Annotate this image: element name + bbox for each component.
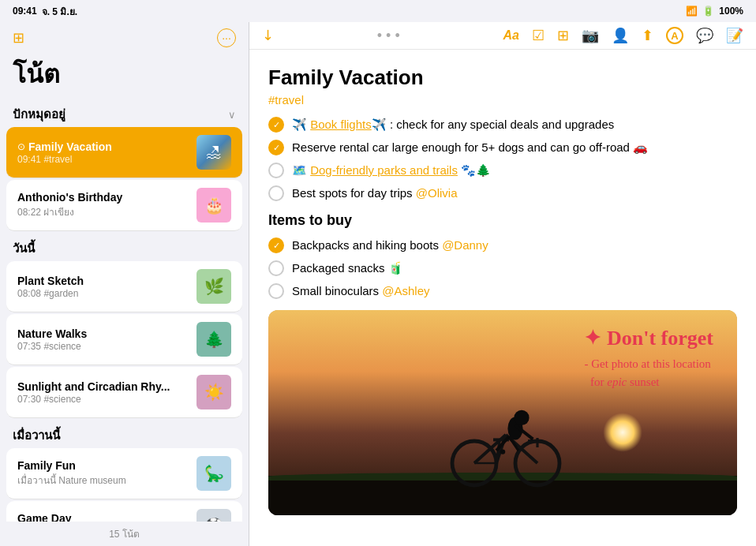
note-title: Nature Walks [17,327,189,340]
note-thumb: 🎂 [196,188,231,223]
checklist-buy: ✓ Backpacks and hiking boots @Danny Pack… [268,237,737,299]
mention-danny: @Danny [442,238,488,252]
note-image: ✦ Don't forget - Get photo at this locat… [268,310,737,515]
content-toolbar: ↗ • • • Aa ☑ ⊞ 📷 👤 ⬆ A 💬 📝 [249,22,756,50]
bubble-icon[interactable]: 💬 [696,27,713,44]
check-item-car: ✓ Reserve rental car large enough for 5+… [268,139,737,155]
hw-get-photo: - Get photo at this location for epic su… [584,355,713,391]
checkbox-flights[interactable]: ✓ [268,117,284,133]
note-item-birthday[interactable]: Anthonio's Birthday 08:22 ฝาเขียง 🎂 [6,180,242,231]
section-label-pinned: ปักหมุดอยู่ [13,105,65,124]
note-content: Family Vacation #travel ✓ ✈️ Book flight… [249,50,756,546]
checkbox-backpacks[interactable]: ✓ [268,237,284,253]
note-title: Family Vacation [268,65,737,90]
status-time: 09:41 [13,6,37,17]
checkbox-car[interactable]: ✓ [268,140,284,155]
camera-icon[interactable]: 📷 [582,27,599,44]
note-title: Family Fun [17,459,189,472]
section-header-today: วันนี้ [0,234,249,261]
check-text-car: Reserve rental car large enough for 5+ d… [292,139,737,155]
section-header-yesterday: เมื่อวานนี้ [0,421,249,448]
note-hashtag: #travel [268,93,737,107]
note-thumb: 🏖 [196,135,231,170]
note-info: Anthonio's Birthday 08:22 ฝาเขียง [17,191,189,219]
check-text-binoculars: Small binoculars @Ashley [292,282,737,299]
check-text-snacks: Packaged snacks 🧃 [292,260,737,276]
note-item-nature-walks[interactable]: Nature Walks 07:35 #science 🌲 [6,314,242,365]
note-meta: 09:41 #travel [17,154,189,165]
note-title: Family Vacation [28,140,112,153]
check-text-backpacks: Backpacks and hiking boots @Danny [292,237,737,253]
svg-point-11 [514,410,529,425]
checklist-travel: ✓ ✈️ Book flights✈️ : check for any spec… [268,116,737,201]
checkbox-snacks[interactable] [268,260,284,276]
check-text-spots: Best spots for day trips @Olivia [292,185,737,201]
section-label-today: วันนี้ [13,239,35,258]
circle-a-icon[interactable]: A [666,27,683,44]
hw-dont-forget: ✦ Don't forget [584,326,713,350]
share-icon[interactable]: ⬆ [642,27,653,44]
section-yesterday: เมื่อวานนี้ Family Fun เมื่อวานนี้ Natur… [0,421,249,522]
status-bar: 09:41 จ. 5 มิ.ย. 📶 🔋 100% [0,0,756,22]
handwritten-overlay: ✦ Don't forget - Get photo at this locat… [584,326,713,391]
chevron-down-icon[interactable]: ∨ [228,109,236,121]
notes-list: ปักหมุดอยู่ ∨ ⊙ Family Vacation 09:41 #t… [0,100,249,522]
person-add-icon[interactable]: 👤 [612,27,629,44]
checkbox-parks[interactable] [268,163,284,178]
status-left: 09:41 จ. 5 มิ.ย. [13,4,77,19]
sidebar-footer: 15 โน้ต [0,522,249,546]
section-pinned: ปักหมุดอยู่ ∨ ⊙ Family Vacation 09:41 #t… [0,100,249,231]
mention-ashley: @Ashley [382,284,429,297]
check-item-binoculars: Small binoculars @Ashley [268,282,737,299]
check-item-parks: 🗺️ Dog-friendly parks and trails 🐾🌲 [268,162,737,178]
bicycle-silhouette [440,397,566,492]
content-area: ↗ • • • Aa ☑ ⊞ 📷 👤 ⬆ A 💬 📝 Family Vacati… [249,22,756,546]
link-parks[interactable]: Dog-friendly parks and trails [310,163,458,177]
sidebar-more-icon[interactable]: ··· [217,28,236,47]
note-item-family-vacation[interactable]: ⊙ Family Vacation 09:41 #travel 🏖 [6,127,242,178]
table-icon[interactable]: ⊞ [557,27,569,44]
note-meta: 08:22 ฝาเขียง [17,204,189,219]
battery-icon: 🔋 [702,6,714,17]
checkbox-binoculars[interactable] [268,283,284,299]
toolbar-icons: Aa ☑ ⊞ 📷 👤 ⬆ A 💬 📝 [503,27,743,44]
link-book-flights[interactable]: Book flights [310,118,372,131]
note-title: Anthonio's Birthday [17,191,189,204]
sidebar-top-bar: ⊞ ··· [0,22,249,50]
note-title: Sunlight and Circadian Rhy... [17,380,189,393]
new-note-icon[interactable]: 📝 [726,27,743,44]
check-text-parks: 🗺️ Dog-friendly parks and trails 🐾🌲 [292,162,737,178]
sidebar-toggle-icon[interactable]: ⊞ [13,29,24,47]
font-format-icon[interactable]: Aa [503,28,519,43]
checklist-icon[interactable]: ☑ [532,27,545,44]
sidebar: ⊞ ··· โน้ต ปักหมุดอยู่ ∨ ⊙ Family Vacati… [0,22,249,546]
sidebar-title: โน้ต [0,50,249,100]
note-item-plant-sketch[interactable]: Plant Sketch 08:08 #garden 🌿 [6,261,242,312]
note-title: Plant Sketch [17,275,189,287]
battery-level: 100% [719,6,743,17]
status-day: จ. 5 มิ.ย. [42,4,77,19]
check-item-flights: ✓ ✈️ Book flights✈️ : check for any spec… [268,116,737,133]
items-to-buy-heading: Items to buy [268,212,737,229]
section-label-yesterday: เมื่อวานนี้ [13,426,60,445]
mention-olivia: @Olivia [416,186,458,200]
check-text-flights: ✈️ Book flights✈️ : check for any specia… [292,116,737,133]
check-item-backpacks: ✓ Backpacks and hiking boots @Danny [268,237,737,253]
note-item-sunlight[interactable]: Sunlight and Circadian Rhy... 07:30 #sci… [6,367,242,418]
check-item-snacks: Packaged snacks 🧃 [268,260,737,276]
svg-point-15 [500,449,505,454]
check-item-spots: Best spots for day trips @Olivia [268,185,737,201]
section-header-pinned: ปักหมุดอยู่ ∨ [0,100,249,127]
section-today: วันนี้ Plant Sketch 08:08 #garden 🌿 [0,234,249,418]
note-title: Game Day [17,512,189,522]
status-right: 📶 🔋 100% [686,6,743,17]
sun-element [603,413,642,452]
toolbar-dots: • • • [274,28,503,44]
checkbox-spots[interactable] [268,185,284,201]
wifi-icon: 📶 [686,6,698,17]
note-item-family-fun[interactable]: Family Fun เมื่อวานนี้ Nature museum 🦕 [6,448,242,499]
note-item-game-day[interactable]: Game Day เมื่อวานนี้ #soccer ⚽ [6,501,242,522]
note-info: ⊙ Family Vacation 09:41 #travel [17,140,189,165]
